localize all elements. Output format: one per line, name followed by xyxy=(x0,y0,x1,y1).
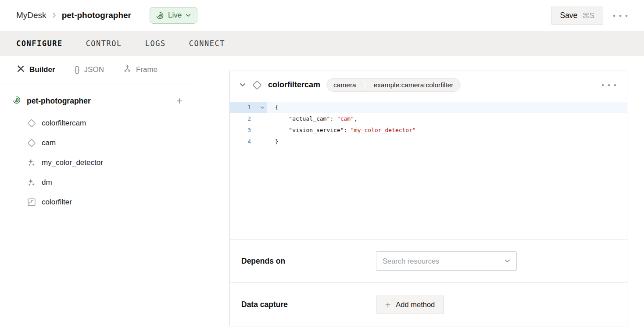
resource-type-badge: camera xyxy=(327,81,363,89)
component-diamond-icon xyxy=(27,139,36,147)
resource-card-colorfiltercam: colorfiltercam camera example:camera:col… xyxy=(229,71,627,326)
tree-item-label: dm xyxy=(42,178,52,187)
add-method-button[interactable]: + Add method xyxy=(376,295,444,314)
resource-list: colorfiltercamcammy_color_detectordmcolo… xyxy=(12,113,182,212)
tab-configure[interactable]: CONFIGURE xyxy=(16,39,63,48)
data-capture-section: Data capture + Add method xyxy=(230,282,627,326)
main-panel: colorfiltercam camera example:camera:col… xyxy=(195,56,644,336)
chevron-down-icon xyxy=(186,14,191,17)
view-mode-builder[interactable]: Builder xyxy=(17,64,55,75)
broadcast-icon xyxy=(156,11,164,20)
code-line-4: 4} xyxy=(230,136,627,147)
service-sparkles-icon xyxy=(27,158,36,167)
tree-item-colorfiltercam[interactable]: colorfiltercam xyxy=(27,113,182,133)
tab-control[interactable]: CONTROL xyxy=(86,39,122,48)
component-diamond-icon xyxy=(27,119,36,128)
code-line-2: 2 "actual_cam": "cam", xyxy=(230,113,627,125)
chevron-down-icon xyxy=(504,259,510,263)
app-window: MyDesk pet-photographer Live Save xyxy=(0,0,644,336)
add-resource-button[interactable]: + xyxy=(176,96,182,106)
breadcrumb-org-link[interactable]: MyDesk xyxy=(16,11,47,20)
code-line-3: 3 "vision_service": "my_color_detector" xyxy=(230,125,627,136)
machine-tree-root[interactable]: pet-photographer + xyxy=(12,96,182,106)
top-header: MyDesk pet-photographer Live Save xyxy=(0,0,644,31)
collapse-chevron-icon[interactable] xyxy=(240,83,246,87)
line-number: 3 xyxy=(230,125,251,136)
tree-item-colorfilter[interactable]: colorfilter xyxy=(27,192,182,212)
tab-connect[interactable]: CONNECT xyxy=(189,39,225,48)
header-overflow-menu-icon[interactable]: ● ● ● xyxy=(613,13,629,18)
fold-chevron-icon[interactable] xyxy=(251,102,267,113)
resource-card-header: colorfiltercam camera example:camera:col… xyxy=(230,71,627,99)
tree-item-dm[interactable]: dm xyxy=(27,172,182,192)
code-text: "vision_service": "my_color_detector" xyxy=(267,125,416,136)
tools-icon xyxy=(17,64,25,75)
editor-gutter: 3 xyxy=(230,125,267,136)
fold-spacer xyxy=(251,136,267,147)
tree-item-label: my_color_detector xyxy=(42,158,103,167)
config-sidebar: Builder {} JSON Frame xyxy=(0,56,195,336)
plus-icon: + xyxy=(385,300,390,309)
code-text: } xyxy=(267,136,279,147)
badge-divider xyxy=(363,78,367,92)
code-line-1: 1{ xyxy=(230,102,627,113)
component-diamond-icon xyxy=(252,80,262,90)
resource-model-id: example:camera:colorfilter xyxy=(367,81,460,89)
breadcrumb-machine-name: pet-photographer xyxy=(62,11,131,20)
tree-item-cam[interactable]: cam xyxy=(27,133,182,153)
module-icon xyxy=(27,198,36,207)
chevron-right-icon xyxy=(52,12,56,20)
view-mode-label: Builder xyxy=(29,65,55,74)
machine-tree-label: pet-photographer xyxy=(27,97,91,106)
save-shortcut-hint: ⌘S xyxy=(582,11,594,20)
braces-icon: {} xyxy=(75,65,80,74)
attributes-code-editor[interactable]: 1{2 "actual_cam": "cam",3 "vision_servic… xyxy=(230,99,627,239)
broadcast-icon xyxy=(12,96,21,106)
frame-axes-icon xyxy=(123,64,132,75)
line-number: 2 xyxy=(230,113,251,125)
line-number: 1 xyxy=(230,102,251,113)
header-actions: Save ⌘S ● ● ● xyxy=(551,7,629,25)
save-button-label: Save xyxy=(560,11,577,20)
code-text: "actual_cam": "cam", xyxy=(267,113,358,125)
editor-gutter: 4 xyxy=(230,136,267,147)
tree-item-label: cam xyxy=(42,139,56,147)
view-mode-json[interactable]: {} JSON xyxy=(75,65,104,74)
fold-spacer xyxy=(251,113,267,125)
view-mode-frame[interactable]: Frame xyxy=(123,64,157,75)
service-sparkles-icon xyxy=(27,178,36,187)
depends-on-select[interactable]: Search resources xyxy=(376,251,517,271)
machine-status-label: Live xyxy=(168,11,182,20)
tree-item-label: colorfilter xyxy=(42,198,72,207)
view-mode-label: Frame xyxy=(136,65,157,74)
resource-title: colorfiltercam xyxy=(268,80,320,89)
depends-on-label: Depends on xyxy=(241,257,376,266)
add-method-label: Add method xyxy=(396,300,435,309)
breadcrumb: MyDesk pet-photographer xyxy=(16,11,131,20)
resource-model-badge: camera example:camera:colorfilter xyxy=(326,78,460,92)
data-capture-label: Data capture xyxy=(241,300,376,309)
resource-tree: pet-photographer + colorfiltercamcammy_c… xyxy=(0,83,195,212)
editor-gutter: 1 xyxy=(230,102,267,113)
line-number: 4 xyxy=(230,136,251,147)
view-mode-label: JSON xyxy=(84,65,104,74)
fold-spacer xyxy=(251,125,267,136)
tree-item-my_color_detector[interactable]: my_color_detector xyxy=(27,153,182,172)
tab-logs[interactable]: LOGS xyxy=(145,39,166,48)
view-mode-switcher: Builder {} JSON Frame xyxy=(0,56,195,83)
tab-bar: CONFIGURECONTROLLOGSCONNECT xyxy=(0,31,644,56)
editor-gutter: 2 xyxy=(230,113,267,125)
tree-item-label: colorfiltercam xyxy=(42,119,86,128)
code-text: { xyxy=(267,102,279,113)
content-body: Builder {} JSON Frame xyxy=(0,56,644,336)
depends-on-placeholder: Search resources xyxy=(383,257,439,265)
machine-status-dropdown[interactable]: Live xyxy=(150,7,197,24)
depends-on-section: Depends on Search resources xyxy=(230,239,627,282)
card-overflow-menu-icon[interactable]: ● ● ● xyxy=(601,82,618,87)
save-button[interactable]: Save ⌘S xyxy=(551,7,603,25)
